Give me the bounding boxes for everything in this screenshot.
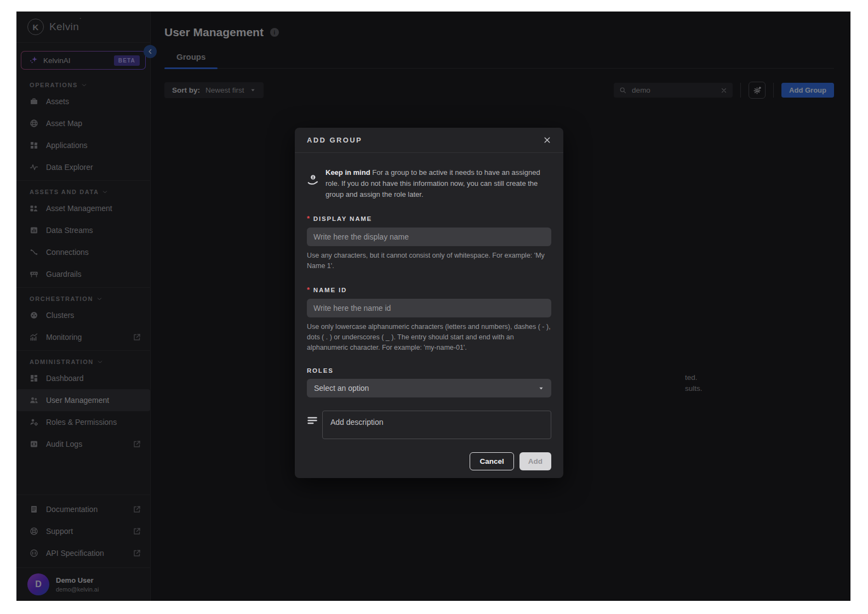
- modal-header: ADD GROUP: [295, 128, 563, 153]
- roles-label-text: ROLES: [307, 367, 334, 374]
- caret-down-icon: [538, 385, 544, 391]
- name-id-helper: Use only lowercase alphanumeric characte…: [307, 322, 551, 353]
- name-id-field[interactable]: [307, 299, 551, 317]
- description-row: [307, 411, 551, 439]
- modal-footer: Cancel Add: [295, 452, 563, 478]
- display-name-label-text: DISPLAY NAME: [313, 215, 372, 222]
- roles-select-value: Select an option: [314, 384, 369, 393]
- add-button[interactable]: Add: [519, 452, 551, 470]
- hand-info-icon: [307, 174, 319, 186]
- cancel-button[interactable]: Cancel: [470, 452, 513, 470]
- modal-title: ADD GROUP: [307, 136, 362, 144]
- description-icon: [307, 415, 318, 426]
- note-bold: Keep in mind: [326, 168, 370, 177]
- name-id-label: * NAME ID: [307, 286, 551, 294]
- display-name-helper: Use any characters, but it cannot consis…: [307, 251, 551, 271]
- required-asterisk: *: [307, 214, 311, 223]
- roles-label: ROLES: [307, 367, 551, 374]
- required-asterisk: *: [307, 286, 311, 294]
- modal-close-button[interactable]: [543, 136, 551, 144]
- display-name-field[interactable]: [307, 228, 551, 246]
- note-row: Keep in mind For a group to be active it…: [307, 167, 551, 200]
- modal-body: Keep in mind For a group to be active it…: [295, 153, 563, 452]
- description-field[interactable]: [322, 411, 551, 439]
- add-group-modal: ADD GROUP Keep in mind For a group to be…: [295, 128, 563, 478]
- app-window: K Kelvin KelvinAI BETA OPERATIONSAssetsA…: [16, 12, 850, 601]
- note-text: Keep in mind For a group to be active it…: [326, 167, 551, 200]
- roles-select[interactable]: Select an option: [307, 379, 551, 397]
- close-icon: [543, 136, 551, 144]
- display-name-label: * DISPLAY NAME: [307, 214, 551, 223]
- name-id-label-text: NAME ID: [313, 287, 347, 293]
- page: K Kelvin KelvinAI BETA OPERATIONSAssetsA…: [0, 0, 868, 614]
